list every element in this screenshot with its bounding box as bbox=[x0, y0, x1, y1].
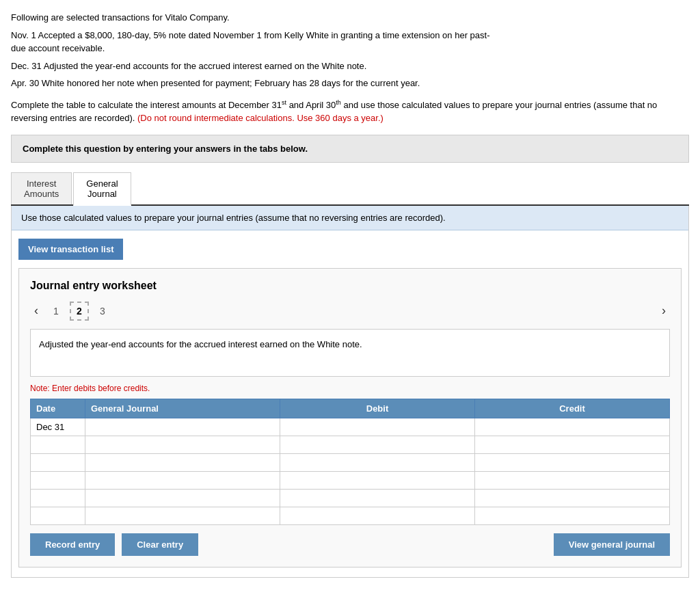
col-header-credit: Credit bbox=[475, 399, 670, 418]
worksheet-title: Journal entry worksheet bbox=[30, 280, 670, 292]
debit-input-5[interactable] bbox=[280, 490, 474, 507]
date-cell-2 bbox=[31, 436, 85, 453]
instruction-box: Complete this question by entering your … bbox=[11, 135, 689, 163]
table-row bbox=[31, 489, 670, 507]
credit-cell-3[interactable] bbox=[475, 453, 670, 471]
clear-entry-button[interactable]: Clear entry bbox=[122, 533, 198, 556]
journal-input-2[interactable] bbox=[85, 436, 280, 453]
date-cell-4 bbox=[31, 471, 85, 489]
credit-cell-6[interactable] bbox=[475, 507, 670, 524]
col-header-general-journal: General Journal bbox=[85, 399, 280, 418]
debit-cell-3[interactable] bbox=[280, 453, 475, 471]
journal-input-6[interactable] bbox=[85, 507, 280, 524]
journal-cell-4[interactable] bbox=[85, 471, 280, 489]
table-row bbox=[31, 436, 670, 453]
page-3-button[interactable]: 3 bbox=[93, 302, 112, 321]
table-row bbox=[31, 471, 670, 489]
debit-cell-6[interactable] bbox=[280, 507, 475, 524]
blue-info-bar: Use those calculated values to prepare y… bbox=[12, 206, 688, 230]
date-cell-5 bbox=[31, 489, 85, 507]
debit-cell-5[interactable] bbox=[280, 489, 475, 507]
date-cell-1: Dec 31 bbox=[31, 418, 85, 436]
col-header-debit: Debit bbox=[280, 399, 475, 418]
table-row bbox=[31, 453, 670, 471]
tabs-row: InterestAmounts GeneralJournal bbox=[11, 172, 689, 206]
credit-cell-4[interactable] bbox=[475, 471, 670, 489]
debit-input-6[interactable] bbox=[280, 507, 474, 524]
col-header-date: Date bbox=[31, 399, 85, 418]
date-cell-3 bbox=[31, 453, 85, 471]
intro-line4: Apr. 30 White honored her note when pres… bbox=[11, 77, 689, 90]
journal-cell-6[interactable] bbox=[85, 507, 280, 524]
page-1-button[interactable]: 1 bbox=[46, 302, 66, 321]
debit-credit-note: Note: Enter debits before credits. bbox=[30, 384, 670, 393]
journal-cell-3[interactable] bbox=[85, 453, 280, 471]
prev-page-button[interactable]: ‹ bbox=[30, 302, 42, 319]
journal-cell-5[interactable] bbox=[85, 489, 280, 507]
debit-input-3[interactable] bbox=[280, 454, 474, 471]
tab-general-journal[interactable]: GeneralJournal bbox=[73, 172, 131, 206]
view-general-journal-button[interactable]: View general journal bbox=[554, 533, 670, 556]
credit-cell-2[interactable] bbox=[475, 436, 670, 453]
journal-cell-2[interactable] bbox=[85, 436, 280, 453]
debit-cell-2[interactable] bbox=[280, 436, 475, 453]
table-row bbox=[31, 507, 670, 524]
date-cell-6 bbox=[31, 507, 85, 524]
intro-line3: Dec. 31 Adjusted the year-end accounts f… bbox=[11, 59, 689, 73]
journal-cell-1[interactable] bbox=[85, 418, 280, 436]
journal-input-5[interactable] bbox=[85, 490, 280, 507]
tab-content: Use those calculated values to prepare y… bbox=[11, 206, 689, 578]
credit-input-5[interactable] bbox=[475, 490, 669, 507]
instruction-paragraph: Complete the table to calculate the inte… bbox=[11, 98, 689, 125]
credit-input-6[interactable] bbox=[475, 507, 669, 524]
credit-cell-5[interactable] bbox=[475, 489, 670, 507]
view-transaction-button[interactable]: View transaction list bbox=[18, 239, 123, 260]
debit-cell-4[interactable] bbox=[280, 471, 475, 489]
debit-cell-1[interactable] bbox=[280, 418, 475, 436]
view-transaction-container: View transaction list bbox=[12, 230, 688, 268]
table-row: Dec 31 bbox=[31, 418, 670, 436]
credit-cell-1[interactable] bbox=[475, 418, 670, 436]
credit-input-4[interactable] bbox=[475, 472, 669, 489]
worksheet-container: Journal entry worksheet ‹ 1 2 3 › Adjust… bbox=[18, 268, 682, 567]
journal-input-3[interactable] bbox=[85, 454, 280, 471]
record-entry-button[interactable]: Record entry bbox=[30, 533, 115, 556]
credit-input-2[interactable] bbox=[475, 436, 669, 453]
credit-input-3[interactable] bbox=[475, 454, 669, 471]
journal-input-4[interactable] bbox=[85, 472, 280, 489]
entry-description: Adjusted the year-end accounts for the a… bbox=[30, 329, 670, 377]
journal-table: Date General Journal Debit Credit Dec 31 bbox=[30, 399, 670, 525]
nav-row: ‹ 1 2 3 › bbox=[30, 302, 670, 321]
intro-section: Following are selected transactions for … bbox=[11, 11, 689, 90]
intro-line1: Following are selected transactions for … bbox=[11, 11, 689, 25]
tab-interest-amounts[interactable]: InterestAmounts bbox=[11, 172, 72, 204]
debit-input-2[interactable] bbox=[280, 436, 474, 453]
credit-input-1[interactable] bbox=[475, 418, 669, 436]
intro-line2: Nov. 1 Accepted a $8,000, 180-day, 5% no… bbox=[11, 29, 689, 55]
next-page-button[interactable]: › bbox=[658, 302, 670, 319]
journal-input-1[interactable] bbox=[85, 418, 280, 436]
debit-input-1[interactable] bbox=[280, 418, 474, 436]
bottom-buttons: Record entry Clear entry View general jo… bbox=[30, 533, 670, 556]
page-2-button[interactable]: 2 bbox=[70, 302, 89, 321]
debit-input-4[interactable] bbox=[280, 472, 474, 489]
